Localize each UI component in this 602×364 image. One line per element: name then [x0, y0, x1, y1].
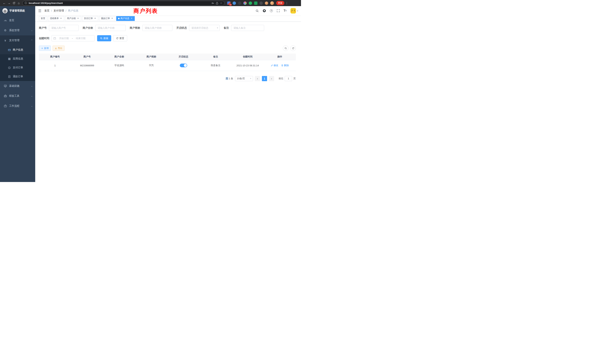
short-name-input[interactable] — [142, 25, 172, 31]
trash-icon — [281, 64, 283, 66]
card-icon — [8, 49, 11, 51]
page-size-select[interactable]: 10条/页 ▾ — [235, 76, 253, 81]
breadcrumb-payment[interactable]: 支付管理 — [54, 9, 64, 12]
browser-update-button[interactable]: 更新 — [276, 1, 284, 5]
sidebar-toggle-icon[interactable]: ☰ — [35, 9, 44, 13]
chevron-up-icon: ⌃ — [31, 40, 33, 41]
password-key-icon[interactable] — [212, 2, 214, 4]
bookmark-star-icon[interactable]: ☆ — [220, 2, 222, 4]
share-icon[interactable] — [216, 2, 218, 4]
url-text[interactable]: localhost:1024/pay/merchant — [29, 2, 210, 4]
close-icon[interactable]: × — [94, 17, 96, 20]
toggle-search-button[interactable] — [283, 45, 288, 51]
document-icon — [8, 75, 11, 78]
tab-process-form[interactable]: 流程表单 × — [48, 16, 64, 21]
app-logo[interactable]: 芋道管理系统 — [0, 6, 35, 15]
extension-icon-7[interactable] — [259, 1, 263, 5]
breadcrumb-home[interactable]: 首页 — [44, 9, 50, 12]
sidebar-item-infrastructure[interactable]: 基础设施 ⌄ — [0, 81, 35, 91]
browser-profile-avatar[interactable] — [270, 1, 274, 5]
extension-icon-6[interactable] — [254, 1, 258, 5]
next-page-button[interactable]: › — [269, 76, 274, 81]
end-date-input[interactable] — [73, 37, 88, 40]
top-navbar: ☰ 首页 / 支付管理 / 商户信息 商户列表 ? TT — [35, 6, 301, 15]
caret-down-icon: ▾ — [250, 77, 251, 80]
goto-page-input[interactable] — [285, 76, 292, 81]
add-button[interactable]: 新增 — [39, 46, 51, 51]
cell-short-name: 芋艿 — [135, 60, 167, 71]
refresh-table-button[interactable] — [290, 45, 296, 51]
status-select[interactable] — [189, 25, 220, 31]
pagination-total: 共 1 条 — [226, 77, 233, 80]
caret-down-icon: ▾ — [297, 10, 298, 12]
font-size-icon[interactable]: TT — [284, 9, 287, 12]
tab-home[interactable]: 首页 — [39, 16, 47, 21]
calendar-icon — [53, 37, 56, 40]
status-toggle[interactable] — [180, 64, 187, 67]
table-header-row: 商户编号 商户号 商户全称 商户简称 开启状态 备注 创建时间 操作 — [39, 54, 296, 60]
page-annotation: 商户列表 — [133, 7, 158, 15]
search-button[interactable]: 搜索 — [97, 35, 111, 41]
extension-icon-1[interactable]: 10 — [227, 1, 231, 5]
close-icon[interactable]: × — [130, 17, 133, 20]
reset-button[interactable]: 重置 — [113, 35, 127, 41]
extension-icon-4[interactable] — [243, 1, 247, 5]
sidebar-item-pay-order[interactable]: 支付订单 — [0, 63, 35, 72]
remark-input[interactable] — [231, 25, 264, 31]
sidebar-item-dev-tools[interactable]: 研发工具 ⌄ — [0, 91, 35, 101]
github-icon[interactable] — [263, 9, 266, 12]
fullscreen-icon[interactable] — [277, 9, 280, 12]
tab-pay-order[interactable]: 支付订单 × — [82, 16, 98, 21]
full-name-label: 商户全称 — [83, 26, 95, 30]
extension-icon-8[interactable] — [265, 1, 268, 5]
extension-icon-3[interactable] — [238, 1, 241, 5]
sidebar-item-refund-order[interactable]: 退款订单 — [0, 72, 35, 81]
header-search-icon[interactable] — [256, 9, 259, 12]
tab-user-group[interactable]: 用户分组 × — [65, 16, 81, 21]
sidebar-item-workflow[interactable]: 工作流程 ⌄ — [0, 101, 35, 111]
page-1-button[interactable]: 1 — [262, 76, 267, 81]
date-range-picker[interactable]: - — [52, 35, 95, 41]
pagination: 共 1 条 10条/页 ▾ ‹ 1 › 前往 页 — [39, 76, 296, 81]
close-icon[interactable]: × — [111, 17, 113, 20]
export-button[interactable]: 导出 — [53, 46, 64, 51]
tab-merchant-info[interactable]: 商户信息 × — [116, 16, 135, 21]
delete-link[interactable]: 删除 — [281, 64, 289, 67]
browser-back-button[interactable]: ← — [2, 1, 7, 6]
briefcase-icon — [4, 105, 7, 107]
page-jumper: 前往 页 — [279, 76, 296, 81]
close-icon[interactable]: × — [77, 17, 79, 20]
edit-link[interactable]: 修改 — [271, 64, 278, 67]
chevron-down-icon: ⌄ — [31, 30, 33, 31]
tab-refund-order[interactable]: 退款订单 × — [99, 16, 115, 21]
gear-icon: ⚙ — [4, 29, 7, 32]
sidebar-item-home[interactable]: 首页 — [0, 15, 35, 25]
payment-submenu: 商户信息 ▦ 应用信息 支付订单 退款订单 — [0, 45, 35, 81]
browser-home-button[interactable]: ⌂ — [16, 1, 21, 6]
start-date-input[interactable] — [57, 37, 71, 40]
prev-page-button[interactable]: ‹ — [255, 76, 260, 81]
browser-menu-icon[interactable]: ⋮ — [284, 1, 289, 5]
reload-icon — [13, 2, 15, 4]
extension-icon-5[interactable] — [249, 1, 252, 5]
dashboard-icon — [4, 19, 7, 22]
help-icon[interactable]: ? — [270, 9, 273, 12]
merchant-table: 商户编号 商户号 商户全称 商户简称 开启状态 备注 创建时间 操作 1 M23… — [39, 54, 296, 71]
search-icon — [284, 47, 287, 50]
extension-icon-2[interactable] — [233, 1, 236, 5]
full-name-input[interactable] — [95, 25, 126, 31]
user-menu[interactable]: ▾ — [290, 8, 298, 13]
sidebar-item-merchant-info[interactable]: 商户信息 — [0, 45, 35, 54]
sidebar-item-payment[interactable]: ¥ 支付管理 ⌃ — [0, 35, 35, 45]
short-name-label: 商户简称 — [130, 26, 142, 30]
url-bar[interactable]: ⓘ localhost:1024/pay/merchant ☆ — [22, 1, 225, 6]
plus-icon — [41, 47, 43, 49]
sidebar-item-app-info[interactable]: ▦ 应用信息 — [0, 54, 35, 63]
sidebar-item-system[interactable]: ⚙ 系统管理 ⌄ — [0, 25, 35, 35]
table-row: 1 M233666999 芋道源码 芋艿 我是备注 2021-10-23 08:… — [39, 60, 296, 71]
browser-reload-button[interactable] — [11, 1, 16, 6]
merchant-no-input[interactable] — [49, 25, 79, 31]
close-icon[interactable]: × — [60, 17, 62, 20]
browser-forward-button[interactable]: → — [7, 1, 11, 6]
site-info-icon[interactable]: ⓘ — [25, 1, 27, 5]
